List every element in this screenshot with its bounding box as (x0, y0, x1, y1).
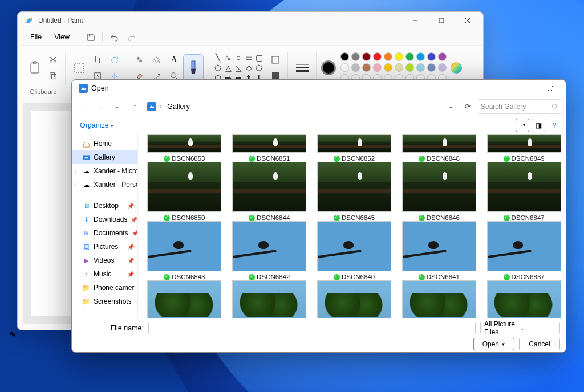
sidebar-onedrive-1[interactable]: ›☁Xander - Micros… (72, 164, 137, 178)
file-thumbnail[interactable]: DSCN6850 (145, 162, 224, 221)
color-swatch[interactable] (416, 63, 425, 72)
sidebar-phone-camera[interactable]: 📁Phone camer📌 (72, 281, 137, 295)
color-primary[interactable] (321, 60, 336, 75)
paint-titlebar[interactable]: Untitled - Paint (18, 12, 483, 29)
shape-rtri-icon[interactable]: ◺ (233, 63, 244, 73)
search-input[interactable]: Search Gallery (477, 99, 562, 114)
dialog-titlebar[interactable]: Open (72, 80, 566, 97)
dialog-close-button[interactable] (537, 80, 562, 97)
file-thumbnail[interactable]: DSCN6845 (315, 162, 394, 221)
file-thumbnail[interactable]: DSCN6843 (145, 221, 224, 280)
shape-outline-icon[interactable] (267, 52, 283, 68)
menu-file[interactable]: File (25, 31, 47, 43)
color-swatch[interactable] (416, 52, 425, 61)
color-swatch[interactable] (373, 52, 382, 61)
file-thumbnail[interactable]: DSCN6833 (399, 280, 478, 318)
shape-pent-icon[interactable]: ⬠ (254, 63, 264, 73)
color-swatch[interactable] (427, 52, 436, 61)
pencil-icon[interactable]: ✎ (132, 52, 148, 68)
close-button[interactable] (455, 12, 481, 29)
color-swatch[interactable] (395, 63, 403, 72)
color-swatch[interactable] (351, 52, 360, 61)
sidebar-music[interactable]: ♪Music📌 (72, 267, 137, 281)
shape-oval-icon[interactable]: ○ (233, 52, 244, 63)
text-icon[interactable]: A (166, 52, 182, 68)
color-swatch[interactable] (340, 63, 349, 72)
preview-pane-button[interactable]: ◨ (532, 119, 545, 132)
color-swatch[interactable] (405, 63, 414, 72)
file-thumbnail[interactable]: DSCN6852 (315, 134, 394, 162)
color-swatch[interactable] (373, 63, 382, 72)
stroke-width-icon[interactable] (293, 54, 312, 81)
sidebar-videos[interactable]: ▶Videos📌 (72, 254, 137, 267)
file-thumbnail[interactable]: DSCN6841 (399, 221, 478, 280)
save-icon[interactable] (83, 29, 99, 45)
file-thumbnail[interactable]: DSCN6839 (230, 280, 309, 318)
addr-dropdown-button[interactable]: ⌄ (443, 99, 459, 114)
menu-view[interactable]: View (48, 31, 75, 43)
nav-up-button[interactable]: ↑ (127, 99, 143, 114)
nav-forward-button[interactable]: → (92, 99, 108, 114)
shape-poly-icon[interactable]: ⬠ (213, 63, 223, 73)
paste-icon[interactable] (26, 54, 44, 81)
color-swatch[interactable] (362, 52, 371, 61)
sidebar-downloads[interactable]: ⬇Downloads📌 (72, 213, 137, 226)
file-thumbnail[interactable]: DSCN6840 (315, 221, 394, 280)
fill-icon[interactable] (149, 52, 165, 68)
brush-icon[interactable] (183, 54, 204, 81)
rotate-icon[interactable] (107, 52, 123, 68)
color-swatch[interactable] (395, 52, 403, 61)
sidebar-onedrive-2[interactable]: ›☁Xander - Person… (72, 178, 137, 191)
select-icon[interactable] (70, 54, 88, 81)
open-button[interactable]: Open ▼ (473, 338, 514, 350)
color-swatch[interactable] (438, 63, 447, 72)
file-thumbnail[interactable]: DSCN6842 (230, 221, 309, 280)
copy-icon[interactable] (45, 68, 61, 84)
file-thumbnail[interactable]: DSCN6853 (145, 134, 224, 162)
filetype-select[interactable]: All Picture Files⌄ (480, 322, 560, 334)
shape-curve-icon[interactable]: ∿ (223, 52, 233, 63)
help-button[interactable]: ? (548, 119, 561, 132)
file-thumbnail[interactable]: DSCN6848 (399, 134, 478, 162)
color-swatch[interactable] (438, 52, 447, 61)
shape-line-icon[interactable]: ╲ (213, 52, 223, 63)
file-thumbnail[interactable]: DSCN6834 (484, 280, 563, 318)
sidebar-creative-cloud[interactable]: ›📁Creative Cloud F (72, 316, 137, 318)
nav-recent-button[interactable]: ⌄ (110, 99, 125, 114)
color-swatch[interactable] (351, 63, 360, 72)
undo-icon[interactable] (106, 29, 122, 45)
file-thumbnail[interactable]: DSCN6851 (230, 134, 309, 162)
maximize-button[interactable] (428, 12, 455, 29)
shape-rect-icon[interactable]: ▭ (244, 52, 254, 63)
sidebar-documents[interactable]: 🗎Documents📌 (72, 226, 137, 240)
sidebar-desktop[interactable]: 🖥Desktop📌 (72, 199, 137, 213)
crop-icon[interactable] (90, 52, 106, 68)
minimize-button[interactable] (402, 12, 428, 29)
nav-back-button[interactable]: ← (75, 99, 91, 114)
file-thumbnail[interactable]: DSCN6837 (484, 221, 563, 280)
file-thumbnail[interactable]: DSCN6846 (399, 162, 478, 221)
breadcrumb-gallery[interactable]: Gallery (165, 101, 192, 112)
file-thumbnail[interactable]: DSCN6847 (484, 162, 563, 221)
sidebar-screenshots[interactable]: 📁Screenshots📌 (72, 295, 137, 308)
file-thumbnail[interactable]: DSCN6838 (145, 280, 224, 318)
filename-input[interactable] (148, 322, 476, 334)
file-thumbnail[interactable]: DSCN6832 (315, 280, 394, 318)
redo-icon[interactable] (123, 29, 139, 45)
cancel-button[interactable]: Cancel (519, 338, 560, 350)
color-swatch[interactable] (362, 63, 371, 72)
view-mode-button[interactable]: ▫ ▾ (516, 119, 529, 132)
address-bar[interactable]: › Gallery (144, 99, 441, 114)
file-thumbnail[interactable]: DSCN6849 (484, 134, 563, 162)
sidebar-pictures[interactable]: 🖼Pictures📌 (72, 240, 137, 254)
organize-menu[interactable]: Organize ▾ (76, 119, 117, 132)
color-swatch[interactable] (340, 52, 349, 61)
shape-diamond-icon[interactable]: ◇ (244, 63, 254, 73)
color-swatch[interactable] (384, 52, 392, 61)
color-swatch[interactable] (427, 63, 436, 72)
file-thumbnail[interactable]: DSCN6844 (230, 162, 309, 221)
refresh-button[interactable]: ⟳ (460, 99, 476, 114)
color-swatch[interactable] (384, 63, 392, 72)
cut-icon[interactable] (45, 52, 61, 68)
sidebar-home[interactable]: Home (72, 137, 137, 150)
